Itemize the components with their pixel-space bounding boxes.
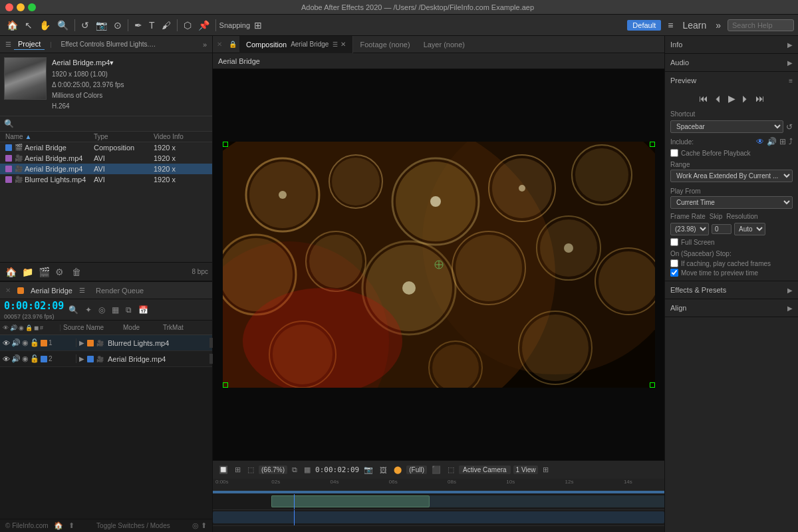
transparency-btn[interactable]: ⬚ bbox=[245, 465, 256, 475]
comp-options-btn[interactable]: ⊞ bbox=[541, 465, 551, 475]
layer-row-2[interactable]: 👁 🔊 ◉ 🔓 2 ▶ 🎥 Aerial Bridge.mp4 Normal bbox=[0, 351, 212, 367]
layer-row-1[interactable]: 👁 🔊 ◉ 🔓 1 ▶ 🎥 Blurred Lights.mp4 Normal bbox=[0, 335, 212, 351]
preview-header[interactable]: Preview ≡ bbox=[665, 72, 798, 89]
skip-input[interactable] bbox=[712, 224, 732, 234]
include-audio-btn[interactable]: 🔊 bbox=[767, 137, 777, 146]
orbit-tool[interactable]: ⊙ bbox=[111, 17, 124, 33]
panel-collapse-icon[interactable]: ☰ bbox=[5, 41, 11, 48]
shortcut-reset-btn[interactable]: ↺ bbox=[786, 122, 793, 132]
play-btn[interactable]: ▶ bbox=[727, 92, 737, 105]
status-center[interactable]: Toggle Switches / Modes bbox=[74, 522, 193, 529]
search-help-input[interactable] bbox=[728, 19, 794, 31]
visibility-toggle-1[interactable]: 👁 bbox=[3, 339, 10, 347]
effects-presets-header[interactable]: Effects & Presets ▶ bbox=[665, 281, 798, 299]
footage-tab[interactable]: Footage (none) bbox=[353, 36, 416, 53]
expand-panels[interactable]: » bbox=[713, 17, 724, 33]
timeline-close[interactable]: ✕ bbox=[5, 287, 11, 294]
project-tab[interactable]: Project bbox=[14, 39, 45, 50]
move-time-checkbox[interactable] bbox=[670, 269, 678, 277]
rotate-tool[interactable]: ↺ bbox=[78, 17, 92, 33]
composition-tab[interactable]: Composition Aerial Bridge ☰ ✕ bbox=[239, 36, 353, 53]
status-btn4[interactable]: ⬆ bbox=[201, 521, 207, 530]
fit-btn[interactable]: ⧉ bbox=[290, 465, 299, 475]
tab-close[interactable]: ✕ bbox=[213, 41, 226, 48]
current-time-display[interactable]: 0:00:02:09 bbox=[4, 300, 64, 312]
search-layers-btn[interactable]: 🔍 bbox=[66, 304, 80, 316]
audio-toggle-1[interactable]: 🔊 bbox=[11, 338, 21, 347]
render-queue-btn[interactable]: Render Queue bbox=[96, 287, 144, 295]
info-header[interactable]: Info ▶ bbox=[665, 36, 798, 53]
effects-tab[interactable]: Effect Controls Blurred Lights.mp4 bbox=[57, 39, 164, 49]
timeline-menu[interactable]: ☰ bbox=[79, 287, 85, 294]
draft-3d-btn[interactable]: ✦ bbox=[83, 304, 94, 316]
delete-btn[interactable]: 🗑 bbox=[70, 265, 82, 279]
prev-frame-btn[interactable]: ⏴ bbox=[712, 92, 724, 105]
layer-tab[interactable]: Layer (none) bbox=[417, 36, 471, 53]
snapping-toggle[interactable]: ⊞ bbox=[251, 17, 265, 33]
status-btn3[interactable]: ◎ bbox=[192, 521, 199, 530]
status-btn2[interactable]: ⬆ bbox=[68, 521, 74, 530]
hand-tool[interactable]: ✋ bbox=[37, 17, 53, 33]
pixel-aspect-btn[interactable]: ▦ bbox=[302, 465, 313, 475]
close-button[interactable] bbox=[5, 3, 13, 11]
track-1[interactable] bbox=[213, 494, 664, 510]
camera-tool[interactable]: 📷 bbox=[93, 17, 110, 33]
include-video-btn[interactable]: 👁 bbox=[756, 137, 764, 146]
expand-1[interactable]: ▶ bbox=[79, 339, 84, 346]
last-frame-btn[interactable]: ⏭ bbox=[754, 92, 766, 105]
footage-btn[interactable]: 🎬 bbox=[37, 265, 51, 279]
project-search-input[interactable] bbox=[17, 120, 208, 128]
text-tool[interactable]: T bbox=[146, 17, 158, 33]
workspace-button[interactable]: Default bbox=[627, 20, 661, 31]
maximize-button[interactable] bbox=[28, 3, 36, 11]
comp-settings-btn[interactable]: ⚙ bbox=[54, 265, 65, 279]
toggle-transparency-grid-btn[interactable]: ⬚ bbox=[446, 465, 456, 475]
audio-header[interactable]: Audio ▶ bbox=[665, 54, 798, 71]
project-item[interactable]: 🎥 Aerial Bridge.mp4 AVI 1920 x bbox=[0, 153, 212, 164]
zoom-tool[interactable]: 🔍 bbox=[55, 17, 71, 33]
play-from-select[interactable]: Current Time bbox=[670, 196, 793, 209]
view-layout-select[interactable]: 1 View bbox=[513, 466, 539, 474]
pin-tool[interactable]: 📌 bbox=[196, 17, 212, 33]
region-of-interest-btn[interactable]: ⬛ bbox=[430, 465, 443, 475]
cache-checkbox[interactable] bbox=[670, 149, 678, 157]
resolution-select[interactable]: (Full) bbox=[406, 466, 427, 474]
collapse-btn[interactable]: ⧉ bbox=[124, 304, 134, 316]
align-header[interactable]: Align ▶ bbox=[665, 299, 798, 317]
zoom-level[interactable]: (66.7%) bbox=[259, 466, 287, 474]
range-select[interactable]: Work Area Extended By Current ... bbox=[670, 170, 793, 182]
pen-tool[interactable]: ✒ bbox=[132, 17, 145, 33]
solo-toggle-1[interactable]: ◉ bbox=[22, 338, 29, 347]
project-item[interactable]: 🎥 Blurred Lights.mp4 AVI 1920 x bbox=[0, 174, 212, 185]
select-tool[interactable]: ↖ bbox=[22, 17, 35, 33]
workspace-options[interactable]: ≡ bbox=[665, 17, 676, 33]
frame-rate-select[interactable]: (23.98) bbox=[670, 223, 709, 235]
show-snapshot-btn[interactable]: 🖼 bbox=[378, 466, 389, 475]
status-btn1[interactable]: 🏠 bbox=[54, 521, 63, 530]
grid-btn[interactable]: ⊞ bbox=[233, 465, 243, 475]
first-frame-btn[interactable]: ⏮ bbox=[698, 92, 710, 105]
next-frame-btn[interactable]: ⏵ bbox=[739, 92, 751, 105]
shortcut-select[interactable]: Spacebar bbox=[670, 120, 783, 133]
clip-blurred-lights-full[interactable] bbox=[271, 495, 664, 507]
graph-editor-btn[interactable]: ▦ bbox=[110, 304, 121, 316]
include-export-btn[interactable]: ⤴ bbox=[789, 137, 793, 146]
solo-toggle-2[interactable]: ◉ bbox=[22, 354, 29, 363]
resolution-select-2[interactable]: Auto bbox=[734, 223, 765, 235]
audio-toggle-2[interactable]: 🔊 bbox=[11, 354, 21, 363]
lock-toggle-2[interactable]: 🔓 bbox=[30, 354, 39, 363]
preview-menu[interactable]: ≡ bbox=[789, 77, 793, 84]
work-area-btn[interactable]: 📅 bbox=[136, 304, 150, 316]
tab-close-x[interactable]: ✕ bbox=[340, 41, 346, 48]
learn-button[interactable]: Learn bbox=[680, 17, 709, 33]
cached-frames-checkbox[interactable] bbox=[670, 259, 678, 267]
project-item-selected[interactable]: 🎥 Aerial Bridge.mp4 AVI 1920 x bbox=[0, 164, 212, 174]
new-composition-btn[interactable]: 🏠 bbox=[4, 265, 18, 279]
color-picker-btn[interactable]: ⬤ bbox=[392, 465, 404, 475]
brush-tool[interactable]: 🖌 bbox=[159, 17, 174, 33]
active-camera-select[interactable]: Active Camera bbox=[459, 466, 511, 474]
lock-toggle-1[interactable]: 🔓 bbox=[30, 338, 39, 347]
visibility-toggle-2[interactable]: 👁 bbox=[3, 355, 10, 363]
shape-tool[interactable]: ⬡ bbox=[181, 17, 194, 33]
always-preview-btn[interactable]: 🔲 bbox=[217, 465, 230, 475]
